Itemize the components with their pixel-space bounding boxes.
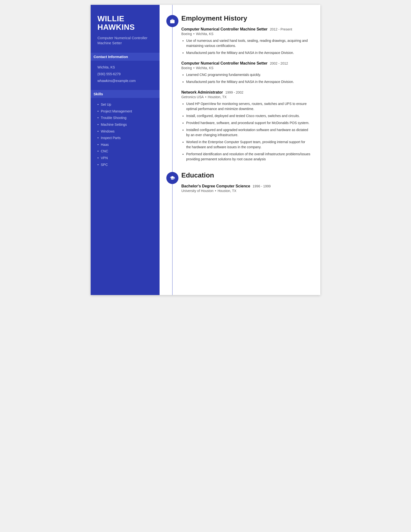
edu-school: University of Houston bbox=[181, 189, 214, 193]
contact-phone: (930) 555-6279 bbox=[97, 72, 153, 77]
edu-location: Houston, TX bbox=[218, 189, 236, 193]
edu-dates: 1996 - 1999 bbox=[253, 184, 271, 188]
job-block: Network Administrator1999 - 2002Getronic… bbox=[181, 90, 311, 162]
job-location: Wichita, KS bbox=[196, 32, 214, 36]
job-bullet-item: Install, configured, deployed and tested… bbox=[186, 114, 311, 118]
job-bullet-item: Performed identification and resolution … bbox=[186, 152, 311, 162]
job-title: Computer Numerical Controller Machine Se… bbox=[181, 27, 268, 31]
job-title: Network Administrator bbox=[181, 90, 223, 95]
degrees-list: Bachelor's Degree Computer Science1996 -… bbox=[181, 184, 311, 193]
job-company: Boeing bbox=[181, 32, 192, 36]
skill-item: Trouble Shooting bbox=[97, 116, 153, 120]
job-company-row: Getronics USA•Houston, TX bbox=[181, 95, 311, 99]
contact-location: Wichita, KS bbox=[97, 65, 153, 70]
separator-dot: • bbox=[215, 189, 216, 193]
skill-item: CNC bbox=[97, 149, 153, 154]
main-content: Employment History Computer Numerical Co… bbox=[159, 5, 320, 295]
resume-container: WILLIEHAWKINS Computer Numerical Control… bbox=[91, 5, 320, 295]
job-title: Computer Numerical Controller Machine Se… bbox=[181, 61, 268, 66]
job-company-row: Boeing•Wichita, KS bbox=[181, 32, 311, 36]
skill-item: Project Management bbox=[97, 109, 153, 114]
job-bullets: Used HP OpenView for monitoring servers,… bbox=[181, 101, 311, 162]
job-bullet-item: Learned CNC programming fundamentals qui… bbox=[186, 72, 311, 77]
skills-list: Set UpProject ManagementTrouble Shooting… bbox=[97, 102, 153, 167]
contact-header: Contact Information bbox=[91, 53, 159, 61]
skill-item: Haas bbox=[97, 142, 153, 147]
skills-header: Skills bbox=[91, 90, 159, 98]
job-bullet-item: Used HP OpenView for monitoring servers,… bbox=[186, 101, 311, 112]
education-icon bbox=[166, 172, 178, 184]
employment-section: Employment History Computer Numerical Co… bbox=[159, 15, 311, 162]
skill-item: Machine Settings bbox=[97, 122, 153, 127]
education-section: Education Bachelor's Degree Computer Sci… bbox=[159, 171, 311, 193]
jobs-list: Computer Numerical Controller Machine Se… bbox=[181, 27, 311, 162]
job-bullet-item: Use of numerous and varied hand tools, s… bbox=[186, 38, 311, 48]
job-dates: 2002 - 2012 bbox=[270, 61, 288, 65]
job-bullet-item: Provided hardware, software, and procedu… bbox=[186, 120, 311, 125]
edu-title: Bachelor's Degree Computer Science bbox=[181, 184, 250, 188]
job-location: Houston, TX bbox=[208, 95, 227, 99]
job-company-row: Boeing•Wichita, KS bbox=[181, 66, 311, 70]
skill-item: SPC bbox=[97, 162, 153, 167]
job-bullet-item: Installed configured and upgraded workst… bbox=[186, 127, 311, 138]
separator-dot: • bbox=[205, 95, 206, 99]
employment-title: Employment History bbox=[181, 15, 311, 22]
sidebar: WILLIEHAWKINS Computer Numerical Control… bbox=[91, 5, 159, 295]
job-bullet-item: Worked in the Enterprise Computer Suppor… bbox=[186, 140, 311, 150]
edu-school-row: University of Houston•Houston, TX bbox=[181, 189, 311, 193]
education-title: Education bbox=[181, 171, 311, 179]
job-location: Wichita, KS bbox=[196, 66, 214, 70]
job-dates: 2012 - Present bbox=[270, 27, 292, 31]
skill-item: VPN bbox=[97, 156, 153, 161]
edu-block: Bachelor's Degree Computer Science1996 -… bbox=[181, 184, 311, 193]
separator-dot: • bbox=[193, 66, 195, 70]
job-company: Getronics USA bbox=[181, 95, 204, 99]
separator-dot: • bbox=[193, 32, 195, 36]
job-company: Boeing bbox=[181, 66, 192, 70]
job-bullet-item: Manufactured parts for the Military and … bbox=[186, 50, 311, 55]
skill-item: Set Up bbox=[97, 102, 153, 107]
job-bullets: Use of numerous and varied hand tools, s… bbox=[181, 38, 311, 55]
candidate-title: Computer Numerical Controller Machine Se… bbox=[97, 35, 153, 46]
job-bullet-item: Manufactured parts for the Military and … bbox=[186, 79, 311, 84]
candidate-name: WILLIEHAWKINS bbox=[97, 15, 153, 31]
contact-email: whawkins@example.com bbox=[97, 79, 153, 83]
contact-info: Wichita, KS (930) 555-6279 whawkins@exam… bbox=[97, 65, 153, 83]
employment-icon bbox=[166, 15, 178, 27]
skill-item: Inspect Parts bbox=[97, 136, 153, 141]
skill-item: Windows bbox=[97, 129, 153, 134]
job-block: Computer Numerical Controller Machine Se… bbox=[181, 61, 311, 84]
job-bullets: Learned CNC programming fundamentals qui… bbox=[181, 72, 311, 84]
job-block: Computer Numerical Controller Machine Se… bbox=[181, 27, 311, 55]
job-dates: 1999 - 2002 bbox=[225, 90, 243, 94]
